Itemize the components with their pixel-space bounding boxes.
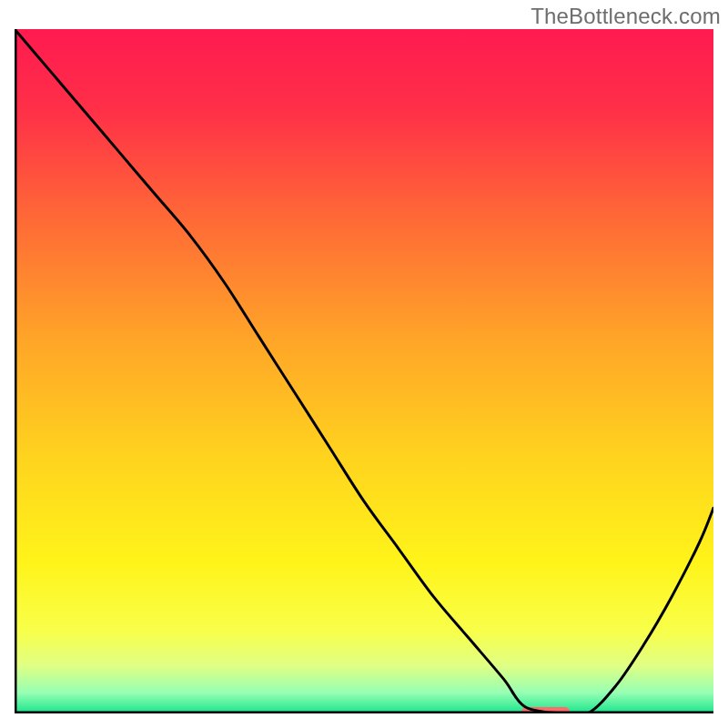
watermark-text: TheBottleneck.com bbox=[531, 4, 721, 29]
chart-container: TheBottleneck.com bbox=[0, 0, 728, 728]
plot-area bbox=[15, 29, 713, 713]
gradient-bg bbox=[15, 29, 713, 713]
chart-svg bbox=[15, 29, 713, 713]
